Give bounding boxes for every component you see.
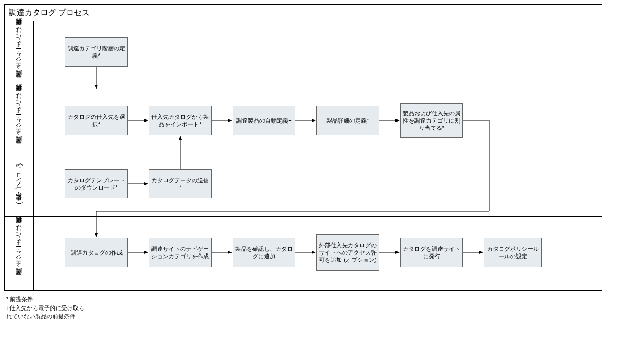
footnotes: * 前提条件 +仕入先から電子的に受け取られていない製品の前提条件 xyxy=(6,295,85,321)
lane-4-label: 購買マネージャーまたは購買担当者 xyxy=(5,217,34,290)
box-auto-define-products: 調達製品の自動定義+ xyxy=(233,106,295,135)
box-download-catalog-template: カタログテンプレートのダウンロード* xyxy=(65,169,128,198)
box-create-procurement-catalog: 調達カタログの作成 xyxy=(65,238,128,267)
swimlane-diagram: 調達カタログ プロセス 購買マネージャーまたは購買担当者 調達カテゴリ階層の定義… xyxy=(4,4,602,291)
box-assign-attributes: 製品および仕入先の属性を調達カテゴリに割り当てる* xyxy=(400,103,463,138)
diagram-title: 調達カタログ プロセス xyxy=(5,5,602,21)
box-import-products: 仕入先カタログから製品をインポート* xyxy=(149,106,212,135)
lane-1-body: 調達カテゴリ階層の定義* xyxy=(34,21,602,90)
lane-2-label: 購買マネージャーまたは購買担当者 xyxy=(5,90,34,153)
lane-1-label: 購買マネージャーまたは購買担当者 xyxy=(5,21,34,90)
box-add-external-vendor-access: 外部仕入先カタログのサイトへのアクセス許可を追加 (オプション) xyxy=(316,234,379,271)
box-select-catalog-vendor: カタログの仕入先を選択* xyxy=(65,106,128,135)
lane-3-body: カタログテンプレートのダウンロード* カタログデータの送信* xyxy=(34,153,602,216)
box-define-product-details: 製品詳細の定義* xyxy=(316,106,379,135)
lane-2-body: カタログの仕入先を選択* 仕入先カタログから製品をインポート* 調達製品の自動定… xyxy=(34,90,602,153)
lane-4-body: 調達カタログの作成 調達サイトのナビゲーションカテゴリを作成 製品を確認し、カタ… xyxy=(34,217,602,290)
lane-4: 購買マネージャーまたは購買担当者 調達カタログの作成 調達サイトのナビゲーション… xyxy=(5,217,602,290)
box-set-catalog-policy-rules: カタログポリシールールの設定 xyxy=(484,238,542,267)
lane-3-label: 仕入先 (オプション) xyxy=(5,153,34,216)
lane-3: 仕入先 (オプション) カタログテンプレートのダウンロード* カタログデータの送… xyxy=(5,153,602,217)
box-define-category-hierarchy: 調達カテゴリ階層の定義* xyxy=(65,37,128,67)
footnote-electronic: +仕入先から電子的に受け取られていない製品の前提条件 xyxy=(6,304,85,321)
footnote-prereq: * 前提条件 xyxy=(6,295,85,304)
box-send-catalog-data: カタログデータの送信* xyxy=(149,169,212,198)
lane-1: 購買マネージャーまたは購買担当者 調達カテゴリ階層の定義* xyxy=(5,21,602,90)
box-add-products-to-catalog: 製品を確認し、カタログに追加 xyxy=(233,238,295,267)
box-publish-catalog: カタログを調達サイトに発行 xyxy=(400,238,463,267)
lane-2: 購買マネージャーまたは購買担当者 カタログの仕入先を選択* 仕入先カタログから製… xyxy=(5,90,602,153)
box-create-navigation-category: 調達サイトのナビゲーションカテゴリを作成 xyxy=(149,238,212,267)
